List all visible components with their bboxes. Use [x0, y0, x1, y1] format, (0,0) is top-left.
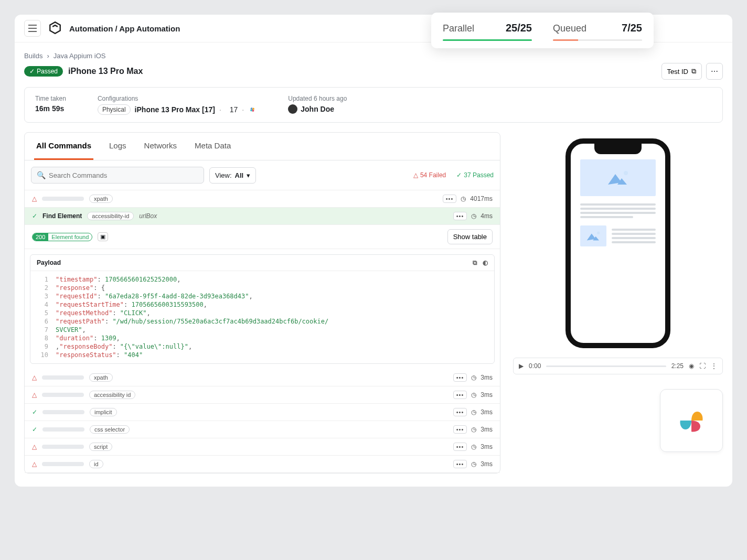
row-time: 4017ms [470, 195, 493, 202]
check-icon: ✓ [32, 212, 37, 220]
user-name: John Doe [301, 105, 334, 113]
row-time: 3ms [481, 374, 493, 381]
selector-tag: id [89, 460, 103, 468]
command-row[interactable]: △xpath•••◷4017ms [25, 190, 500, 208]
failed-count: △ 54 Failed [413, 171, 446, 179]
tab-networks[interactable]: Networks [142, 133, 179, 160]
search-input[interactable]: 🔍 [31, 167, 204, 184]
row-more-button[interactable]: ••• [453, 460, 467, 468]
clock-icon: ◷ [471, 374, 476, 381]
skeleton [42, 375, 84, 380]
clock-icon: ◷ [471, 460, 476, 468]
row-more-button[interactable]: ••• [453, 443, 467, 451]
theme-icon[interactable]: ◐ [483, 259, 488, 266]
status-chip: 200Element found [32, 233, 92, 241]
kebab-icon[interactable]: ⋮ [711, 362, 717, 370]
command-row[interactable]: ✓implicit•••◷3ms [25, 404, 500, 421]
video-current-time: 0:00 [529, 362, 541, 370]
command-row[interactable]: ✓css selector•••◷3ms [25, 421, 500, 438]
selector-tag: accessibility-id [87, 212, 134, 220]
pinwheel-icon [248, 105, 257, 114]
command-row[interactable]: △script•••◷3ms [25, 438, 500, 456]
video-controls[interactable]: ▶ 0:00 2:25 ◉ ⛶ ⋮ [513, 358, 723, 374]
stat-queued-label: Queued [553, 23, 586, 34]
check-icon: ✓ [32, 426, 37, 433]
logo[interactable] [48, 21, 62, 36]
row-time: 3ms [481, 391, 493, 399]
warning-icon: △ [32, 460, 37, 468]
hamburger-icon [28, 25, 37, 32]
search-field[interactable] [49, 171, 198, 179]
warning-icon: △ [32, 443, 37, 450]
status-badge: ✓ Passed [24, 66, 63, 77]
info-card: Time taken 16m 59s Configurations Physic… [24, 87, 723, 123]
menu-button[interactable] [24, 20, 41, 37]
camera-icon[interactable]: ◉ [689, 362, 694, 370]
os-version: 17 [230, 105, 238, 114]
screenshot-icon[interactable]: ▣ [98, 232, 108, 241]
row-more-button[interactable]: ••• [453, 373, 467, 382]
selector-tag: script [89, 443, 112, 451]
chevron-down-icon: ▾ [247, 171, 250, 179]
command-row[interactable]: △xpath•••◷3ms [25, 369, 500, 386]
config-label: Configurations [98, 95, 257, 102]
browser-logo-card[interactable] [660, 389, 723, 452]
command-row[interactable]: △id•••◷3ms [25, 456, 500, 473]
tab-meta-data[interactable]: Meta Data [193, 133, 233, 160]
row-time: 3ms [481, 443, 493, 450]
stat-parallel-label: Parallel [443, 23, 474, 34]
skeleton [42, 445, 84, 449]
test-id-button[interactable]: Test ID ⧉ [661, 63, 702, 80]
placeholder-image [580, 159, 656, 196]
play-icon[interactable]: ▶ [519, 362, 524, 370]
clock-icon: ◷ [471, 212, 476, 220]
check-icon: ✓ [32, 408, 37, 416]
breadcrumb: Builds › Java Appium iOS [24, 52, 723, 60]
physical-chip: Physical [98, 104, 131, 115]
tab-logs[interactable]: Logs [107, 133, 129, 160]
row-more-button[interactable]: ••• [453, 425, 467, 434]
skeleton [42, 410, 84, 414]
row-more-button[interactable]: ••• [453, 408, 467, 416]
show-table-button[interactable]: Show table [447, 229, 493, 244]
view-dropdown[interactable]: View: All ▾ [209, 167, 256, 184]
command-row[interactable]: ✓Find Elementaccessibility-idurlBox•••◷4… [25, 208, 500, 225]
more-button[interactable]: ⋯ [706, 63, 723, 80]
phone-frame [565, 138, 670, 348]
device-preview: ▶ 0:00 2:25 ◉ ⛶ ⋮ [513, 132, 723, 473]
time-taken-value: 16m 59s [35, 104, 66, 113]
breadcrumb-root[interactable]: Builds [24, 52, 42, 60]
breadcrumb-leaf: Java Appium iOS [54, 52, 106, 60]
row-more-button[interactable]: ••• [453, 391, 467, 399]
payload-title: Payload [37, 259, 61, 266]
time-taken-label: Time taken [35, 95, 66, 102]
copy-icon: ⧉ [691, 67, 696, 76]
svg-point-0 [624, 171, 628, 175]
row-time: 3ms [481, 408, 493, 416]
warning-icon: △ [32, 391, 37, 399]
video-track[interactable] [546, 365, 666, 367]
clock-icon: ◷ [471, 426, 476, 433]
copy-icon[interactable]: ⧉ [473, 259, 477, 266]
updated-label: Updated 6 hours ago [288, 95, 347, 102]
passed-count: ✓ 37 Passed [456, 171, 494, 179]
tab-all-commands[interactable]: All Commands [34, 133, 93, 160]
payload-box: Payload⧉◐1"timestamp": 17056656016252520… [30, 254, 495, 364]
skeleton [42, 427, 84, 432]
warning-icon: △ [32, 195, 37, 202]
skeleton [42, 197, 84, 201]
fullscreen-icon[interactable]: ⛶ [699, 362, 706, 370]
command-row[interactable]: △accessibility id•••◷3ms [25, 386, 500, 404]
row-more-button[interactable]: ••• [443, 195, 457, 203]
stat-queued-value: 7/25 [622, 22, 642, 34]
search-icon: 🔍 [37, 171, 46, 179]
skeleton [42, 393, 84, 397]
stat-parallel: Parallel 25/25 [443, 22, 532, 41]
svg-point-1 [597, 232, 600, 234]
row-more-button[interactable]: ••• [453, 212, 467, 220]
avatar [288, 104, 297, 114]
commands-panel: All CommandsLogsNetworksMeta Data 🔍 View… [24, 132, 500, 473]
stats-card: Parallel 25/25 Queued 7/25 [431, 13, 654, 48]
clock-icon: ◷ [461, 195, 466, 202]
row-time: 4ms [481, 212, 493, 220]
